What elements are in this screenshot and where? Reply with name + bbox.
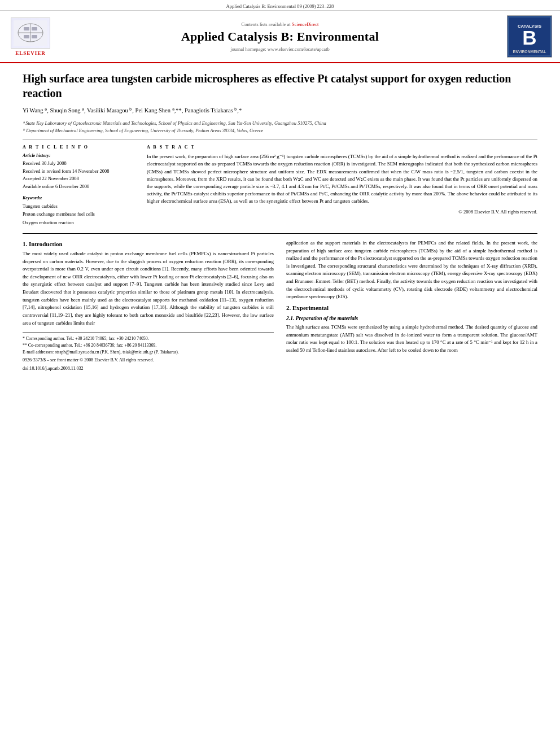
affiliation-a: ᵃ State Key Laboratory of Optoelectronic… (23, 120, 537, 127)
body-two-col: 1. Introduction The most widely used cat… (23, 239, 537, 372)
history-label: Article history: (23, 153, 135, 158)
article-info-abstract: A R T I C L E I N F O Article history: R… (23, 145, 537, 226)
footnote-double-asterisk: ** Co-corresponding author. Tel.: +86 20… (23, 342, 274, 349)
affiliation-b: ᵇ Department of Mechanical Engineering, … (23, 127, 537, 134)
keyword-3: Oxygen reduction reaction (23, 219, 135, 226)
footnote-doi: doi:10.1016/j.apcatb.2008.11.032 (23, 365, 274, 372)
keyword-2: Proton exchange membrane fuel cells (23, 210, 135, 218)
journal-title-center: Contents lists available at ScienceDirec… (59, 21, 501, 52)
body-divider (23, 233, 537, 234)
journal-main-title: Applied Catalysis B: Environmental (59, 29, 501, 44)
footnote-issn: 0926-3373/$ – see front matter © 2008 El… (23, 357, 274, 364)
footnote-asterisk: * Corresponding author. Tel.: +30 24210 … (23, 335, 274, 342)
available: Available online 6 December 2008 (23, 183, 135, 191)
section2-title: 2. Experimental (286, 304, 537, 311)
section2-text: The high surface area TCMSs were synthes… (286, 324, 537, 355)
keyword-1: Tungsten carbides (23, 202, 135, 210)
section1-title: 1. Introduction (23, 241, 274, 247)
svg-rect-4 (24, 27, 29, 30)
journal-homepage: journal homepage: www.elsevier.com/locat… (59, 46, 501, 52)
section2-subsection: 2.1. Preparation of the materials (286, 316, 537, 321)
divider-1 (23, 139, 537, 140)
abstract-head: A B S T R A C T (147, 145, 537, 150)
copyright: © 2008 Elsevier B.V. All rights reserved… (147, 209, 537, 215)
footnotes-area: * Corresponding author. Tel.: +30 24210 … (23, 333, 274, 372)
svg-text:ENVIRONMENTAL: ENVIRONMENTAL (513, 50, 546, 54)
elsevier-logo: ELSEVIER (8, 18, 53, 56)
contents-line: Contents lists available at ScienceDirec… (59, 21, 501, 27)
affiliations: ᵃ State Key Laboratory of Optoelectronic… (23, 120, 537, 134)
right-col: A B S T R A C T In the present work, the… (147, 145, 537, 226)
elsevier-logo-img (11, 18, 50, 49)
page: Applied Catalysis B: Environmental 89 (2… (0, 0, 560, 747)
article-info-head: A R T I C L E I N F O (23, 145, 135, 150)
elsevier-text: ELSEVIER (15, 50, 46, 56)
catalysis-logo: CATALYSIS B ENVIRONMENTAL (507, 15, 552, 58)
article-title: High surface area tungsten carbide micro… (23, 71, 537, 101)
body-col-right: application as the support materials in … (286, 239, 537, 372)
svg-rect-6 (24, 35, 29, 38)
journal-header: ELSEVIER Contents lists available at Sci… (0, 11, 560, 63)
section1-text-right: application as the support materials in … (286, 239, 537, 301)
journal-citation: Applied Catalysis B: Environmental 89 (2… (226, 3, 334, 9)
footnote-email: E-mail addresses: stssph@mail.sysu.edu.c… (23, 349, 274, 356)
sciencedirect-link[interactable]: ScienceDirect (292, 21, 319, 27)
abstract-text: In the present work, the preparation of … (147, 153, 537, 205)
left-col: A R T I C L E I N F O Article history: R… (23, 145, 135, 226)
svg-rect-5 (32, 27, 37, 30)
body-col-left: 1. Introduction The most widely used cat… (23, 239, 274, 372)
revised: Received in revised form 14 November 200… (23, 168, 135, 176)
authors: Yi Wang ᵃ, Shuqin Song ᵃ, Vasiliki Marag… (23, 106, 537, 115)
received: Received 30 July 2008 (23, 160, 135, 168)
journal-top-bar: Applied Catalysis B: Environmental 89 (2… (0, 0, 560, 11)
section1-text1: The most widely used cathode catalyst in… (23, 250, 274, 327)
keywords-label: Keywords: (23, 195, 135, 200)
svg-text:B: B (522, 27, 536, 49)
accepted: Accepted 22 November 2008 (23, 175, 135, 183)
svg-rect-7 (32, 35, 37, 38)
main-content: High surface area tungsten carbide micro… (0, 63, 560, 378)
